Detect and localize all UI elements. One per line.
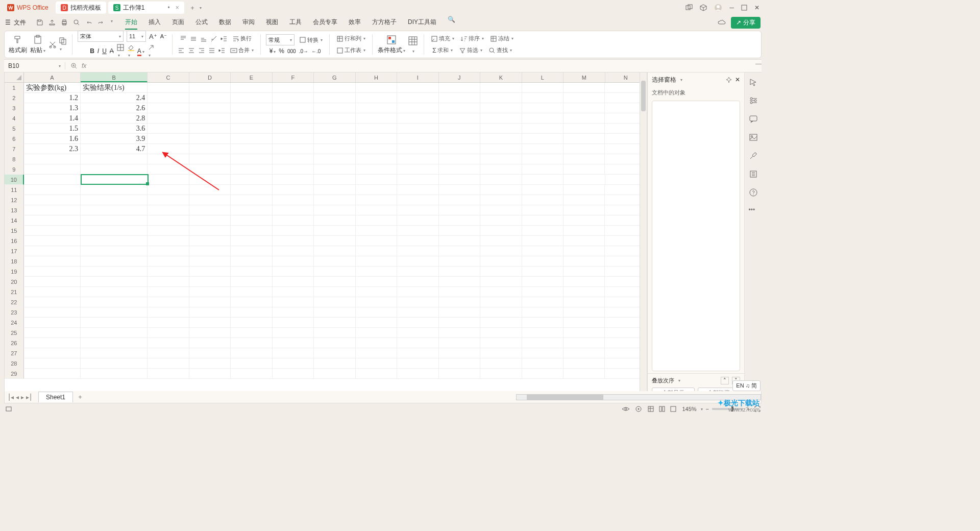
cell[interactable] <box>81 307 148 318</box>
cell[interactable] <box>522 267 564 277</box>
object-list[interactable] <box>652 101 740 371</box>
column-header[interactable]: M <box>564 73 605 82</box>
cell[interactable] <box>439 215 480 226</box>
cell[interactable] <box>480 154 522 164</box>
tab-insert[interactable]: 插入 <box>149 16 161 30</box>
multi-window-icon[interactable] <box>685 4 693 11</box>
cell[interactable] <box>356 328 397 338</box>
row-header[interactable]: 18 <box>5 256 24 267</box>
cell[interactable] <box>439 205 480 215</box>
cell[interactable] <box>397 277 438 287</box>
cell[interactable] <box>24 287 81 297</box>
cell[interactable] <box>439 226 480 236</box>
ime-indicator[interactable]: EN ♫ 简 <box>732 380 761 391</box>
cell[interactable] <box>480 256 522 267</box>
cell[interactable]: 1.6 <box>24 134 81 144</box>
cell[interactable] <box>231 164 272 175</box>
cell[interactable] <box>522 134 564 144</box>
decimal-dec-icon[interactable]: ←.0 <box>311 47 321 55</box>
cell[interactable] <box>564 83 605 93</box>
row-header[interactable]: 8 <box>5 154 24 164</box>
cell[interactable] <box>356 246 397 256</box>
cell[interactable] <box>314 164 355 175</box>
cell[interactable] <box>439 124 480 134</box>
cell[interactable] <box>189 236 231 246</box>
cell[interactable] <box>81 358 148 369</box>
cell[interactable] <box>24 215 81 226</box>
row-header[interactable]: 13 <box>5 205 24 215</box>
cell[interactable] <box>273 236 314 246</box>
cell[interactable] <box>522 83 564 93</box>
cell[interactable] <box>564 185 605 195</box>
sort-button[interactable]: 排序▾ <box>459 34 485 43</box>
row-header[interactable]: 28 <box>5 358 24 369</box>
align-right-icon[interactable] <box>198 47 205 54</box>
cell[interactable] <box>564 93 605 103</box>
cell[interactable] <box>356 113 397 124</box>
row-header[interactable]: 26 <box>5 338 24 348</box>
document-tab[interactable]: S 工作簿1 • × <box>108 2 184 14</box>
app-tab[interactable]: WPS Office <box>2 2 54 14</box>
cell[interactable] <box>480 175 522 185</box>
cell[interactable] <box>564 277 605 287</box>
cell[interactable] <box>148 256 189 267</box>
cell[interactable]: 实验参数(kg) <box>24 83 81 93</box>
zoom-fx-icon[interactable] <box>70 62 78 69</box>
cell[interactable] <box>273 103 314 113</box>
cell[interactable] <box>439 175 480 185</box>
cell[interactable] <box>356 124 397 134</box>
cell[interactable] <box>189 113 231 124</box>
cell[interactable] <box>564 369 605 379</box>
cell[interactable] <box>273 267 314 277</box>
column-header[interactable]: H <box>356 73 397 82</box>
cell[interactable] <box>397 307 438 318</box>
column-header[interactable]: J <box>439 73 480 82</box>
undo-icon[interactable] <box>85 19 92 26</box>
settings-icon[interactable] <box>749 96 758 105</box>
cell[interactable] <box>314 113 355 124</box>
cell[interactable] <box>231 134 272 144</box>
tab-square[interactable]: 方方格子 <box>372 16 397 30</box>
cell[interactable] <box>81 215 148 226</box>
cell[interactable] <box>231 175 272 185</box>
cell[interactable] <box>231 297 272 307</box>
cell[interactable] <box>189 369 231 379</box>
row-header[interactable]: 17 <box>5 246 24 256</box>
row-header[interactable]: 22 <box>5 297 24 307</box>
cell[interactable] <box>148 246 189 256</box>
row-header[interactable]: 2 <box>5 93 24 103</box>
cell[interactable] <box>356 185 397 195</box>
cell[interactable] <box>480 164 522 175</box>
cell[interactable] <box>273 93 314 103</box>
cell[interactable]: 实验结果(1/s) <box>81 83 148 93</box>
cell[interactable] <box>24 164 81 175</box>
cell[interactable] <box>522 164 564 175</box>
cell[interactable] <box>81 348 148 358</box>
pin-icon[interactable] <box>726 77 732 83</box>
orientation-icon[interactable] <box>210 35 217 42</box>
cell[interactable] <box>564 226 605 236</box>
cell[interactable] <box>189 267 231 277</box>
cell[interactable] <box>148 277 189 287</box>
cell[interactable] <box>24 358 81 369</box>
cell[interactable] <box>439 348 480 358</box>
cell[interactable] <box>148 369 189 379</box>
image-icon[interactable] <box>749 133 758 142</box>
cell[interactable] <box>148 267 189 277</box>
cell[interactable] <box>480 246 522 256</box>
cell[interactable] <box>439 277 480 287</box>
cell[interactable] <box>231 236 272 246</box>
select-all-corner[interactable] <box>5 73 24 82</box>
cell[interactable] <box>480 328 522 338</box>
cell[interactable] <box>564 124 605 134</box>
cell[interactable] <box>522 144 564 154</box>
cell[interactable] <box>314 297 355 307</box>
add-sheet-button[interactable]: ＋ <box>73 393 87 401</box>
cell[interactable] <box>397 348 438 358</box>
cell[interactable] <box>24 318 81 328</box>
cell[interactable] <box>81 256 148 267</box>
cell[interactable] <box>439 113 480 124</box>
cell[interactable] <box>81 154 148 164</box>
cell[interactable] <box>273 134 314 144</box>
cell[interactable] <box>273 215 314 226</box>
